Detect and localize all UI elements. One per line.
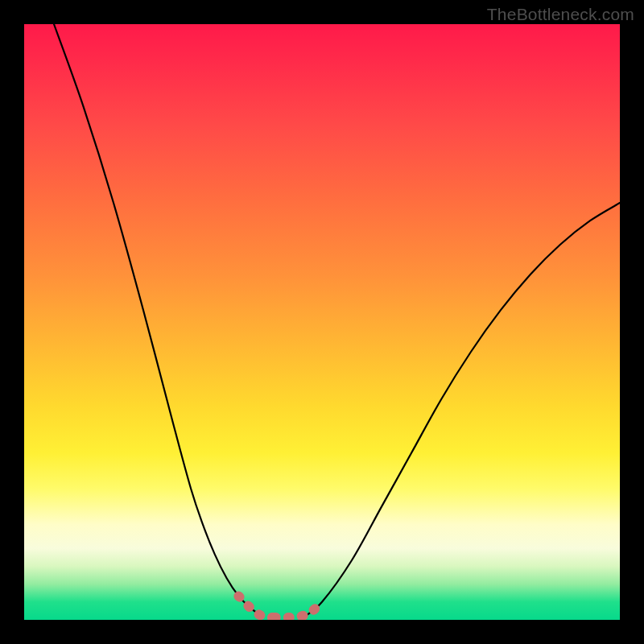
- left-curve: [54, 24, 262, 617]
- curve-layer: [24, 24, 620, 620]
- plot-area: [24, 24, 620, 620]
- right-curve: [304, 203, 620, 617]
- valley-highlight-left: [238, 596, 274, 617]
- valley-highlight-right: [275, 602, 322, 617]
- chart-stage: TheBottleneck.com: [0, 0, 644, 644]
- watermark-text: TheBottleneck.com: [487, 5, 634, 24]
